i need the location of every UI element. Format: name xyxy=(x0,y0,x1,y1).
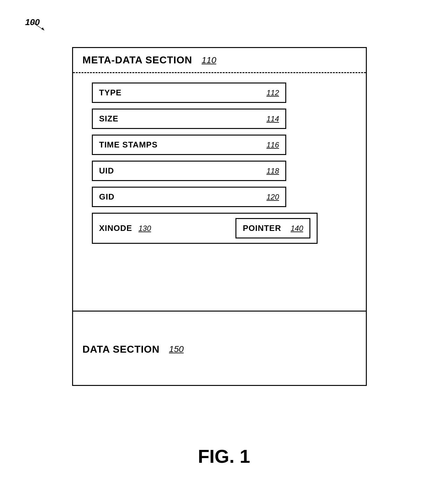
uid-label: UID xyxy=(99,166,114,176)
reference-arrow xyxy=(30,17,49,36)
timestamps-field: TIME STAMPS 116 xyxy=(92,135,286,155)
main-box: META-DATA SECTION 110 TYPE 112 SIZE 114 xyxy=(72,47,367,386)
svg-marker-1 xyxy=(41,27,44,30)
gid-field: GID 120 xyxy=(92,187,286,207)
size-label: SIZE xyxy=(99,114,119,124)
meta-data-title: META-DATA SECTION xyxy=(82,54,192,66)
xinode-left: XINODE 130 xyxy=(99,223,151,233)
data-section-title: DATA SECTION xyxy=(82,344,160,355)
xinode-field: XINODE 130 POINTER 140 xyxy=(92,213,318,244)
size-field: SIZE 114 xyxy=(92,109,286,129)
pointer-box: POINTER 140 xyxy=(235,218,310,238)
xinode-label: XINODE xyxy=(99,223,132,233)
gid-ref: 120 xyxy=(266,193,279,201)
meta-data-ref: 110 xyxy=(202,55,216,65)
fields-container: TYPE 112 SIZE 114 TIME STAMPS 116 UID 11… xyxy=(73,73,366,253)
meta-data-header: META-DATA SECTION 110 xyxy=(73,48,366,72)
page-container: 100 META-DATA SECTION 110 TYPE 112 xyxy=(0,0,448,486)
uid-ref: 118 xyxy=(266,167,279,175)
timestamps-ref: 116 xyxy=(266,141,279,149)
type-label: TYPE xyxy=(99,88,122,98)
pointer-label: POINTER xyxy=(243,223,281,233)
data-section: DATA SECTION 150 xyxy=(73,312,366,387)
meta-data-section: META-DATA SECTION 110 TYPE 112 SIZE 114 xyxy=(73,48,366,312)
pointer-ref: 140 xyxy=(291,224,303,233)
type-ref: 112 xyxy=(266,88,279,97)
figure-caption: FIG. 1 xyxy=(0,446,448,467)
gid-label: GID xyxy=(99,192,114,202)
uid-field: UID 118 xyxy=(92,161,286,181)
type-field: TYPE 112 xyxy=(92,83,286,103)
size-ref: 114 xyxy=(266,115,279,123)
xinode-ref: 130 xyxy=(139,224,151,233)
timestamps-label: TIME STAMPS xyxy=(99,140,158,150)
data-section-ref: 150 xyxy=(169,344,184,354)
